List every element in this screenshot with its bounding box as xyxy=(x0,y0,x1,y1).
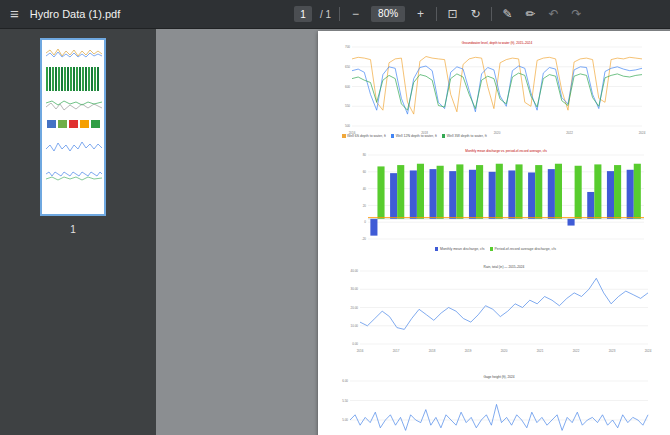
zoom-in-button[interactable]: + xyxy=(413,0,428,28)
svg-text:5.50: 5.50 xyxy=(342,399,348,403)
svg-text:60: 60 xyxy=(363,170,367,174)
groundwater-level-chart: 70065060055050020162018202020222024Groun… xyxy=(332,39,646,135)
thumbnail-page-number: 1 xyxy=(40,224,106,235)
svg-text:10.00: 10.00 xyxy=(350,324,358,328)
toolbar-separator xyxy=(339,7,340,21)
zoom-out-button[interactable]: − xyxy=(348,0,363,28)
rotate-button[interactable]: ↻ xyxy=(468,0,483,28)
svg-text:20: 20 xyxy=(363,204,367,208)
thumb-mini-bar-chart xyxy=(46,67,100,91)
svg-text:6.00: 6.00 xyxy=(342,379,348,383)
pdf-toolbar: ≡ Hydro Data (1).pdf / 1 − 80% + ⊡ ↻ ✎ ✏… xyxy=(0,0,670,29)
highlight-button[interactable]: ✏ xyxy=(523,0,538,28)
thumb-mini-line-chart-4 xyxy=(46,163,102,185)
document-viewer[interactable]: 70065060055050020162018202020222024Groun… xyxy=(156,28,670,435)
thumb-mini-legend-strip xyxy=(46,120,100,128)
svg-text:2021: 2021 xyxy=(537,349,544,353)
svg-text:5.00: 5.00 xyxy=(342,418,348,422)
thumb-mini-line-chart-1 xyxy=(46,45,102,61)
toolbar-separator xyxy=(491,7,492,21)
svg-text:Rain, total (in) — 2015–2024: Rain, total (in) — 2015–2024 xyxy=(484,265,525,269)
svg-text:20.00: 20.00 xyxy=(350,306,358,310)
thumbnail-panel: 1 xyxy=(0,28,157,435)
svg-text:2022: 2022 xyxy=(573,349,580,353)
fit-page-button[interactable]: ⊡ xyxy=(445,0,460,28)
document-title: Hydro Data (1).pdf xyxy=(30,8,120,20)
svg-text:Gage height (ft), 2024: Gage height (ft), 2024 xyxy=(483,375,514,379)
page-thumbnail[interactable] xyxy=(40,38,106,216)
svg-text:-20: -20 xyxy=(362,237,367,241)
svg-text:650: 650 xyxy=(345,65,350,69)
groundwater-chart-legend: Well 6S depth to water, ftWell 12N depth… xyxy=(342,134,492,139)
thumb-mini-line-chart-3 xyxy=(46,135,102,157)
svg-text:0.00: 0.00 xyxy=(352,342,358,346)
svg-text:Groundwater level, depth to wa: Groundwater level, depth to water (ft), … xyxy=(462,41,533,45)
svg-text:40: 40 xyxy=(363,187,367,191)
draw-button[interactable]: ✎ xyxy=(500,0,515,28)
pdf-page: 70065060055050020162018202020222024Groun… xyxy=(318,31,670,435)
svg-text:80: 80 xyxy=(363,153,367,157)
page-total-label: / 1 xyxy=(320,9,331,20)
page-number-input[interactable] xyxy=(294,6,312,22)
gage-height-chart: 6.005.505.004.504.00Gage height (ft), 20… xyxy=(330,373,652,435)
thumb-mini-line-chart-2 xyxy=(46,97,102,113)
svg-text:2023: 2023 xyxy=(609,349,616,353)
rain-total-chart: 40.0030.0020.0010.000.002016201720182019… xyxy=(340,263,652,353)
svg-text:700: 700 xyxy=(345,45,350,49)
svg-text:2018: 2018 xyxy=(429,349,436,353)
svg-text:2017: 2017 xyxy=(393,349,400,353)
svg-text:2020: 2020 xyxy=(501,349,508,353)
discharge-bar-chart: 806040200-20Monthly mean discharge vs. p… xyxy=(348,147,648,243)
svg-text:Monthly mean discharge vs. per: Monthly mean discharge vs. period-of-rec… xyxy=(465,149,547,153)
svg-text:40.00: 40.00 xyxy=(350,269,358,273)
zoom-level-select[interactable]: 80% xyxy=(371,6,405,22)
menu-icon[interactable]: ≡ xyxy=(10,0,19,28)
toolbar-separator xyxy=(436,7,437,21)
discharge-chart-legend: Monthly mean discharge, cfsPeriod-of-rec… xyxy=(348,247,648,252)
svg-text:2022: 2022 xyxy=(566,131,573,135)
svg-text:2016: 2016 xyxy=(357,349,364,353)
svg-text:0: 0 xyxy=(364,220,366,224)
svg-text:600: 600 xyxy=(345,85,350,89)
svg-text:2019: 2019 xyxy=(465,349,472,353)
svg-text:2024: 2024 xyxy=(645,349,652,353)
svg-text:30.00: 30.00 xyxy=(350,287,358,291)
svg-text:2024: 2024 xyxy=(639,131,646,135)
svg-text:2020: 2020 xyxy=(494,131,501,135)
undo-button[interactable]: ↶ xyxy=(546,0,561,28)
svg-text:500: 500 xyxy=(345,124,350,128)
svg-text:550: 550 xyxy=(345,104,350,108)
redo-button[interactable]: ↷ xyxy=(569,0,584,28)
